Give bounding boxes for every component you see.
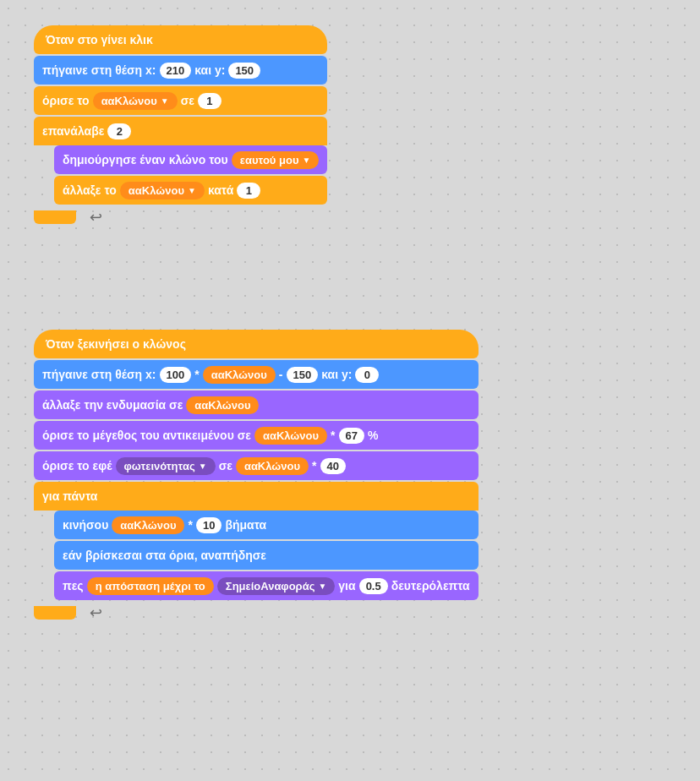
goto-label-1: πήγαινε στη θέση x: — [42, 63, 156, 77]
repeat-label: επανάλαβε — [42, 124, 104, 138]
set-effect-block[interactable]: όρισε το εφέ φωτεινότητας σε ααΚλώνου * … — [34, 451, 479, 480]
set-var-se: σε — [181, 94, 194, 107]
change-var-val[interactable]: 1 — [237, 183, 260, 199]
effect-dropdown[interactable]: φωτεινότητας — [116, 457, 216, 475]
forever-block: για πάντα κινήσου ααΚλώνου * 10 βήματα ε… — [34, 482, 479, 625]
size-mul: * — [331, 429, 335, 442]
costume-block[interactable]: άλλαξε την ενδυμασία σε ααΚλώνου — [34, 390, 479, 419]
size-prefix: όρισε το μέγεθος του αντικειμένου σε — [42, 429, 251, 442]
change-var-prefix: άλλαξε το — [63, 183, 117, 197]
say-gia: για — [338, 579, 355, 593]
move-var[interactable]: ααΚλώνου — [112, 516, 184, 534]
goto-block-1[interactable]: πήγαινε στη θέση x: 210 και y: 150 — [34, 56, 327, 85]
size-pct: % — [368, 429, 378, 442]
hat-label-2: Όταν ξεκινήσει ο κλώνος — [46, 337, 186, 351]
group2: Όταν ξεκινήσει ο κλώνος πήγαινε στη θέση… — [34, 330, 479, 625]
set-var-name-1[interactable]: ααΚλώνου — [93, 92, 178, 110]
forever-label: για πάντα — [42, 489, 97, 503]
say-dropdown[interactable]: ΣημείοΑναφοράς — [217, 577, 336, 595]
move-suffix: βήματα — [225, 518, 266, 532]
y-input-1[interactable]: 150 — [228, 63, 260, 79]
set-var-val-1[interactable]: 1 — [198, 93, 221, 109]
repeat-header[interactable]: επανάλαβε 2 — [34, 117, 327, 145]
clone-var[interactable]: εαυτού μου — [232, 151, 320, 169]
set-var-label-prefix: όρισε το — [42, 94, 90, 107]
g2-minus: - — [279, 368, 283, 381]
effect-var[interactable]: ααΚλώνου — [236, 457, 309, 475]
move-prefix: κινήσου — [63, 518, 108, 532]
g2-mul1: * — [194, 368, 199, 381]
say-prefix: πες — [63, 579, 84, 593]
change-var-kata: κατά — [208, 183, 233, 197]
goto-label-2: πήγαινε στη θέση x: — [42, 368, 156, 381]
say-val[interactable]: 0.5 — [359, 578, 388, 594]
effect-se: σε — [219, 459, 232, 472]
group1: Όταν στο γίνει κλικ πήγαινε στη θέση x: … — [34, 25, 327, 230]
return-arrow-2: ↩ — [76, 600, 102, 625]
hat-block-1[interactable]: Όταν στο γίνει κλικ — [34, 25, 327, 54]
g2-x-val2[interactable]: 150 — [287, 367, 319, 383]
g2-var1[interactable]: ααΚλώνου — [203, 366, 276, 384]
size-val[interactable]: 67 — [339, 428, 364, 444]
move-block[interactable]: κινήσου ααΚλώνου * 10 βήματα — [54, 511, 479, 539]
costume-prefix: άλλαξε την ενδυμασία σε — [42, 398, 183, 412]
change-var-name[interactable]: ααΚλώνου — [120, 182, 205, 199]
say-suffix: δευτερόλεπτα — [391, 579, 470, 593]
x-input-1[interactable]: 210 — [160, 63, 192, 79]
g2-x-val1[interactable]: 100 — [160, 367, 192, 383]
g2-y-val[interactable]: 0 — [355, 367, 379, 383]
clone-label: δημιούργησε έναν κλώνο του — [63, 153, 228, 167]
repeat-count[interactable]: 2 — [107, 123, 131, 139]
set-size-block[interactable]: όρισε το μέγεθος του αντικειμένου σε ααΚ… — [34, 421, 479, 450]
g2-kai: και y: — [321, 368, 352, 381]
costume-var[interactable]: ααΚλώνου — [186, 396, 259, 414]
move-mul: * — [188, 518, 192, 532]
effect-prefix: όρισε το εφέ — [42, 459, 112, 472]
change-var-block[interactable]: άλλαξε το ααΚλώνου κατά 1 — [54, 176, 327, 205]
size-var[interactable]: ααΚλώνου — [254, 427, 327, 445]
repeat-block: επανάλαβε 2 δημιούργησε έναν κλώνο του ε… — [34, 117, 327, 230]
return-arrow-1: ↩ — [76, 205, 102, 230]
move-val[interactable]: 10 — [196, 517, 221, 533]
forever-header[interactable]: για πάντα — [34, 482, 479, 511]
bounce-label: εάν βρίσκεσαι στα όρια, αναπήδησε — [63, 549, 266, 562]
say-block[interactable]: πες η απόσταση μέχρι το ΣημείοΑναφοράς γ… — [54, 571, 479, 600]
effect-mul: * — [312, 459, 316, 472]
bounce-block[interactable]: εάν βρίσκεσαι στα όρια, αναπήδησε — [54, 541, 479, 570]
say-var[interactable]: η απόσταση μέχρι το — [87, 577, 214, 595]
hat-block-2[interactable]: Όταν ξεκινήσει ο κλώνος — [34, 330, 479, 358]
kai-label-1: και y: — [194, 63, 225, 77]
effect-val[interactable]: 40 — [320, 458, 346, 474]
set-var-block-1[interactable]: όρισε το ααΚλώνου σε 1 — [34, 86, 327, 115]
goto-block-2[interactable]: πήγαινε στη θέση x: 100 * ααΚλώνου - 150… — [34, 360, 479, 389]
clone-block[interactable]: δημιούργησε έναν κλώνο του εαυτού μου — [54, 145, 327, 174]
hat-label-1: Όταν στο γίνει κλικ — [46, 33, 153, 46]
